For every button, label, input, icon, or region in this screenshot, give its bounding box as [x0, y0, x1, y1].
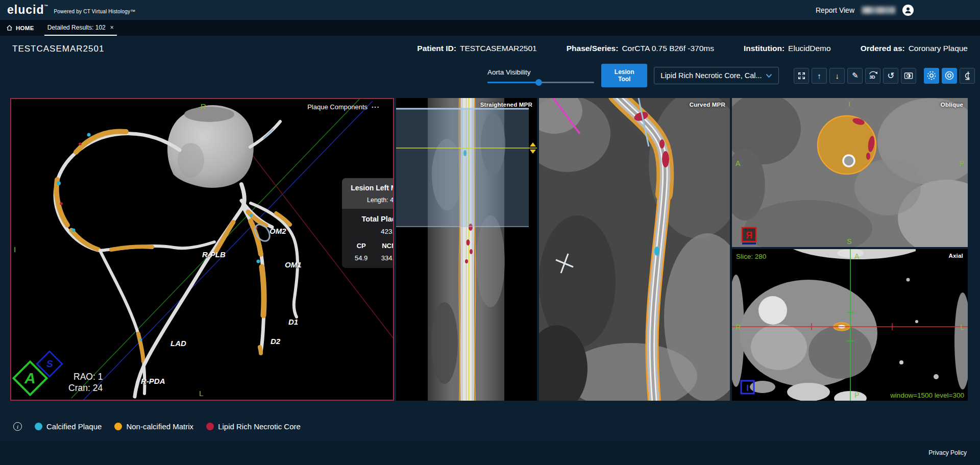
pan-up-button[interactable]: ↑ [812, 68, 827, 84]
lrnc-dot [206, 423, 214, 430]
viewport-3d-plaque[interactable]: Plaque Components··· R I L OM2 OM1 R-PLB… [10, 98, 394, 401]
svg-text:Slice: 280: Slice: 280 [736, 253, 766, 260]
annotate-button[interactable]: ✎ [847, 68, 863, 84]
pencil-icon: ✎ [852, 71, 859, 80]
panel-title-curved: Curved MPR [690, 102, 725, 108]
svg-text:window=1500 level=300: window=1500 level=300 [890, 391, 964, 399]
window-level-button[interactable] [901, 68, 916, 84]
axis-letter-bottom: L [199, 389, 203, 398]
fit-view-icon [797, 71, 806, 80]
vessel-label-lad: LAD [170, 339, 186, 348]
reset-rotation-icon: ↺ [887, 70, 894, 81]
panel-title-oblique: Oblique [941, 102, 963, 108]
curved-mpr-image [539, 98, 730, 401]
lesion-tooltip-title: Lesion Left Main - LAD [345, 184, 394, 192]
svg-text:A: A [854, 252, 860, 260]
plaque-type-dropdown[interactable]: Lipid Rich Necrotic Core, Cal... [654, 67, 779, 84]
viewer-toolbar: Aorta Visibility Lesion Tool Lipid Rich … [487, 65, 980, 86]
vessel-label-d1: D1 [288, 317, 298, 326]
lumen-contour[interactable] [843, 155, 854, 166]
svg-text:3D: 3D [870, 75, 875, 80]
vessel-label-rpda: R-PDA [141, 377, 165, 385]
lesion-tooltip: Lesion Left Main - LAD Length: 40.0 mm T… [342, 178, 394, 268]
ordered-as-field: Ordered as:Coronary Plaque [861, 44, 968, 53]
viewport-grid: Plaque Components··· R I L OM2 OM1 R-PLB… [0, 98, 980, 401]
up-arrow-icon: ↑ [817, 71, 821, 80]
patient-id-field: Patient ID:TESTCASEMAR2501 [417, 44, 536, 53]
orientation-marker-r: R [742, 228, 756, 244]
slider-knob[interactable] [535, 79, 542, 86]
cp-column: CP54.9 [347, 242, 375, 262]
window-level-icon [903, 71, 914, 80]
username-redacted [862, 7, 895, 14]
chevron-down-icon [766, 74, 772, 78]
legend-non-calcified: Non-calcified Matrix [114, 422, 193, 431]
menu-dots-icon: ··· [372, 103, 380, 111]
svg-text:R: R [746, 230, 752, 240]
svg-text:A: A [736, 159, 741, 167]
viewport-curved-mpr[interactable]: Curved MPR [539, 98, 730, 401]
aorta-visibility-label: Aorta Visibility [487, 68, 594, 76]
case-title: TESTCASEMAR2501 [12, 44, 104, 54]
lesion-tool-button[interactable]: Lesion Tool [601, 64, 647, 87]
vessel-label-rplb: R-PLB [202, 250, 226, 259]
panel-title-straightened: Straightened MPR [480, 102, 532, 108]
svg-text:I: I [848, 100, 850, 108]
info-icon[interactable]: i [13, 422, 22, 431]
total-plaque-label: Total Plaque mm3 [347, 215, 394, 223]
top-bar: elucid™ Powered by CT Virtual Histology™… [0, 0, 980, 20]
calcified-dot [35, 423, 42, 430]
close-tab-icon[interactable]: × [110, 24, 114, 31]
vessel-label-om2: OM2 [270, 227, 286, 235]
institution-field: Institution:ElucidDemo [744, 44, 831, 53]
privacy-policy-link[interactable]: Privacy Policy [928, 449, 967, 456]
svg-text:P: P [854, 391, 859, 399]
straightened-mpr-image [396, 98, 537, 401]
legend-lrnc: Lipid Rich Necrotic Core [206, 422, 301, 431]
footer: Privacy Policy [0, 442, 980, 465]
report-view-link[interactable]: Report View [816, 6, 854, 14]
tab-bar: HOME Detailed Results: 102 × [0, 20, 980, 36]
elucid-logo: elucid™ [7, 3, 48, 17]
vessel-label-om1: OM1 [285, 260, 302, 269]
slider-fill [487, 82, 538, 83]
lesion-length: Length: 40.0 mm [345, 197, 394, 204]
panel-title-axial: Axial [949, 253, 964, 259]
viewport-straightened-mpr[interactable]: Straightened MPR [396, 98, 537, 401]
viewport-axial[interactable]: Slice: 280 A R L P window=1500 level=300… [732, 249, 968, 401]
target-dashed-button[interactable] [924, 68, 939, 84]
rotate-3d-button[interactable]: 3D [865, 68, 880, 84]
svg-text:R: R [736, 323, 741, 331]
non-calcified-dot [114, 423, 122, 430]
down-arrow-icon: ↓ [835, 71, 839, 80]
dropdown-value: Lipid Rich Necrotic Core, Cal... [660, 71, 762, 80]
patient-header: TESTCASEMAR2501 Patient ID:TESTCASEMAR25… [12, 44, 968, 54]
rotate-3d-icon: 3D [867, 70, 878, 81]
tab-detailed-results[interactable]: Detailed Results: 102 × [44, 20, 117, 36]
fit-view-button[interactable] [794, 68, 809, 84]
legend-calcified: Calcified Plaque [35, 422, 102, 431]
svg-text:S: S [847, 237, 851, 246]
target-button[interactable] [942, 68, 957, 84]
svg-text:L: L [960, 323, 964, 331]
tagline: Powered by CT Virtual Histology™ [54, 9, 135, 14]
home-tab[interactable]: HOME [6, 20, 34, 36]
phase-series-field: Phase/Series:CorCTA 0.75 B26f -370ms [567, 44, 714, 53]
axis-letter-left: I [14, 245, 16, 254]
viewport-oblique[interactable]: I A P S R Oblique [732, 98, 968, 247]
vessel-label-d2: D2 [271, 337, 280, 346]
pan-down-button[interactable]: ↓ [829, 68, 845, 84]
user-avatar[interactable] [902, 5, 914, 16]
plaque-components-menu[interactable]: Plaque Components··· [307, 103, 380, 111]
lesion-extent-band[interactable] [396, 109, 529, 227]
clip-marker [263, 129, 274, 139]
aorta-visibility-slider[interactable]: Aorta Visibility [487, 68, 594, 83]
view-angle-readout: RAO: 1 Cran: 24 [68, 371, 103, 394]
orientation-cube[interactable]: S A [17, 353, 62, 398]
centerline-button[interactable] [960, 68, 975, 84]
svg-text:P: P [960, 159, 964, 167]
axis-letter-top: R [201, 102, 206, 111]
slider-track[interactable] [487, 82, 594, 83]
reset-rotation-button[interactable]: ↺ [883, 68, 898, 84]
target-dashed-icon [926, 70, 937, 81]
